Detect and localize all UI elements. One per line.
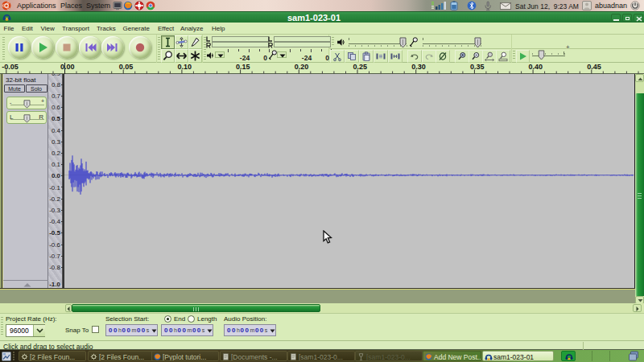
svg-text:-0.4: -0.4 [49, 218, 60, 225]
svg-text:0.3: 0.3 [52, 138, 61, 146]
svg-text:0.4: 0.4 [52, 127, 61, 134]
svg-text:0: 0 [263, 54, 267, 62]
svg-text:0.9: 0.9 [52, 74, 61, 77]
svg-text:0.8: 0.8 [52, 81, 61, 88]
svg-text:0.20: 0.20 [295, 63, 309, 71]
svg-text:0.0: 0.0 [52, 172, 61, 179]
svg-text:-0.05: -0.05 [2, 63, 19, 71]
svg-text:0.00: 0.00 [60, 63, 75, 71]
svg-text:0.5: 0.5 [52, 115, 61, 122]
svg-text:0.25: 0.25 [353, 63, 368, 71]
svg-text:0.05: 0.05 [119, 63, 134, 71]
svg-text:0.30: 0.30 [411, 63, 426, 71]
svg-text:-0.5: -0.5 [49, 229, 60, 237]
svg-text:-0.6: -0.6 [49, 241, 60, 249]
svg-text:0.2: 0.2 [52, 150, 61, 157]
svg-text:-24: -24 [240, 54, 250, 62]
svg-text:0.45: 0.45 [587, 63, 601, 71]
svg-text:0: 0 [325, 54, 329, 62]
svg-text:-1.0: -1.0 [49, 281, 60, 288]
svg-text:0.35: 0.35 [470, 63, 485, 71]
svg-text:0.15: 0.15 [236, 63, 250, 71]
svg-text:-24: -24 [302, 54, 312, 62]
svg-text:0.7: 0.7 [52, 93, 61, 100]
svg-text:-0.7: -0.7 [49, 253, 60, 260]
svg-text:0.10: 0.10 [177, 63, 192, 71]
svg-text:-0.8: -0.8 [49, 264, 60, 271]
svg-text:0.1: 0.1 [52, 161, 61, 168]
svg-text:-0.3: -0.3 [49, 207, 60, 214]
svg-text:0.40: 0.40 [529, 63, 543, 71]
svg-text:0.6: 0.6 [52, 104, 61, 111]
svg-text:-0.1: -0.1 [49, 184, 60, 191]
svg-text:-0.2: -0.2 [49, 195, 60, 203]
